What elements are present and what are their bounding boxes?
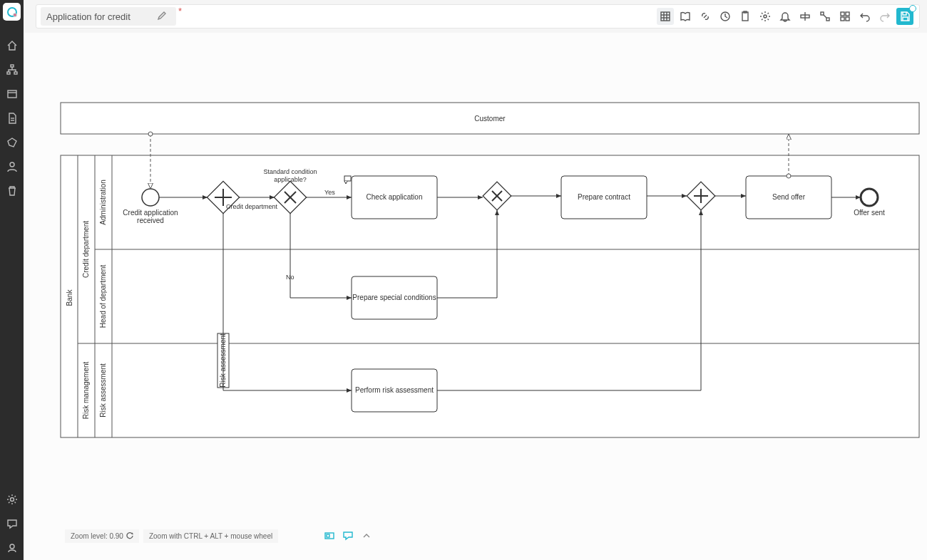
zoom-level-chip[interactable]: Zoom level: 0.90	[65, 529, 139, 543]
bpmn-diagram[interactable]: Customer Bank Credit department Risk man…	[24, 33, 927, 560]
svg-rect-2	[11, 65, 14, 67]
chat-icon[interactable]	[6, 517, 19, 530]
settings-icon[interactable]	[6, 493, 19, 506]
minimap-toggle-icon[interactable]	[322, 529, 337, 543]
svg-point-20	[764, 15, 767, 18]
svg-rect-50	[327, 534, 329, 537]
distribute-icon[interactable]	[816, 8, 834, 25]
task-special-label: Prepare special conditions	[352, 294, 436, 301]
edit-title-icon[interactable]	[158, 11, 166, 21]
sublane-riskassess-label: Risk assessment	[99, 363, 107, 418]
svg-rect-26	[841, 12, 844, 16]
link-icon[interactable]	[697, 8, 714, 25]
bell-icon[interactable]	[777, 8, 794, 25]
pool-bank-label: Bank	[66, 289, 73, 306]
save-button[interactable]	[896, 8, 913, 25]
start-event[interactable]	[142, 189, 159, 206]
svg-point-11	[10, 544, 14, 549]
svg-rect-4	[14, 72, 17, 74]
svg-rect-5	[8, 90, 16, 98]
svg-rect-29	[846, 17, 849, 21]
home-icon[interactable]	[6, 39, 19, 52]
title-editor[interactable]: *	[41, 7, 176, 26]
gateway2-label-1: Standard condition	[263, 168, 317, 175]
sublane-admin-label: Administration	[99, 180, 107, 224]
svg-rect-28	[841, 17, 844, 21]
diagram-canvas[interactable]: Customer Bank Credit department Risk man…	[24, 33, 927, 560]
zoom-hint: Zoom with CTRL + ALT + mouse wheel	[143, 529, 278, 543]
document-icon[interactable]	[6, 112, 19, 125]
task-send-label: Send offer	[772, 193, 806, 201]
gateway2-label-2: applicable?	[274, 176, 307, 183]
comments-toggle-icon[interactable]	[341, 529, 355, 543]
trash-icon[interactable]	[6, 185, 19, 197]
svg-rect-42	[344, 176, 351, 181]
svg-rect-24	[826, 18, 829, 21]
start-event-label-1: Credit application	[123, 209, 178, 217]
book-icon[interactable]	[677, 8, 694, 25]
align-h-icon[interactable]	[797, 8, 814, 25]
hierarchy-icon[interactable]	[6, 63, 19, 76]
end-event-label: Offer sent	[854, 209, 885, 217]
header-bar: *	[36, 4, 920, 28]
gear-icon[interactable]	[757, 8, 774, 25]
svg-point-10	[10, 498, 14, 502]
save-badge	[909, 5, 916, 12]
title-input[interactable]	[46, 11, 153, 22]
profile-icon[interactable]	[6, 541, 19, 554]
gateway1-label: Credit department	[226, 203, 278, 210]
svg-rect-18	[742, 12, 748, 21]
sublane-head-label: Head of department	[99, 265, 107, 328]
svg-rect-3	[7, 72, 10, 74]
svg-rect-12	[661, 12, 670, 21]
clock-icon[interactable]	[717, 8, 734, 25]
end-event[interactable]	[861, 189, 878, 206]
svg-rect-27	[846, 12, 849, 16]
clipboard-icon[interactable]	[737, 8, 754, 25]
task-check-label: Check application	[367, 193, 423, 201]
tag-icon[interactable]	[6, 136, 19, 149]
lane-risk-label: Risk management	[82, 361, 90, 419]
redo-button[interactable]	[876, 8, 893, 25]
pool-customer-label: Customer	[474, 115, 506, 123]
svg-point-9	[10, 162, 14, 167]
left-sidebar	[0, 0, 24, 560]
svg-point-1	[14, 14, 16, 16]
grid-toggle-button[interactable]	[657, 8, 674, 25]
undo-button[interactable]	[856, 8, 874, 25]
task-contract-label: Prepare contract	[578, 193, 630, 201]
edge-no-label: No	[286, 274, 295, 281]
svg-rect-23	[821, 12, 824, 15]
zoom-level-text: Zoom level: 0.90	[71, 532, 123, 540]
task-risk-label: Perform risk assessment	[355, 386, 434, 394]
user-icon[interactable]	[6, 160, 19, 173]
window-icon[interactable]	[6, 88, 19, 100]
zoom-hint-text: Zoom with CTRL + ALT + mouse wheel	[149, 532, 272, 540]
layout-icon[interactable]	[836, 8, 854, 25]
app-logo[interactable]	[3, 3, 21, 21]
refresh-icon[interactable]	[126, 532, 133, 539]
collapse-panel-icon[interactable]	[359, 529, 374, 543]
svg-line-25	[824, 15, 826, 18]
edge-yes-label: Yes	[324, 189, 335, 196]
start-event-label-2: received	[137, 217, 164, 224]
status-bar: Zoom level: 0.90 Zoom with CTRL + ALT + …	[65, 527, 374, 544]
lane-credit-label: Credit department	[82, 221, 90, 278]
unsaved-indicator: *	[178, 6, 182, 16]
